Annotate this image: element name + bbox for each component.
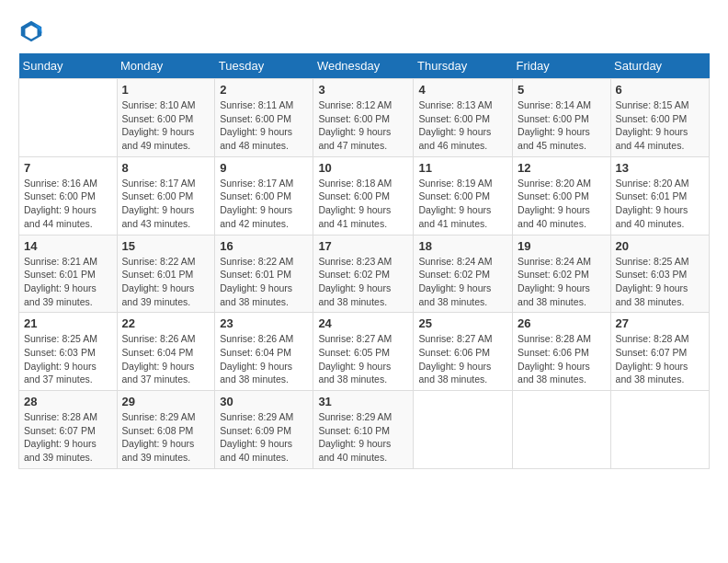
day-info: Sunrise: 8:15 AM Sunset: 6:00 PM Dayligh… xyxy=(616,98,704,153)
calendar-day-cell: 23 Sunrise: 8:26 AM Sunset: 6:04 PM Dayl… xyxy=(215,313,313,391)
day-info: Sunrise: 8:25 AM Sunset: 6:03 PM Dayligh… xyxy=(24,332,112,386)
calendar-day-cell: 29 Sunrise: 8:29 AM Sunset: 6:08 PM Dayl… xyxy=(117,391,215,469)
calendar-day-cell: 18 Sunrise: 8:24 AM Sunset: 6:02 PM Dayl… xyxy=(414,235,513,313)
calendar-week-row: 21 Sunrise: 8:25 AM Sunset: 6:03 PM Dayl… xyxy=(19,313,710,391)
day-info: Sunrise: 8:27 AM Sunset: 6:05 PM Dayligh… xyxy=(318,332,408,386)
day-number: 26 xyxy=(518,316,606,330)
day-number: 2 xyxy=(220,83,308,97)
day-info: Sunrise: 8:27 AM Sunset: 6:06 PM Dayligh… xyxy=(418,332,507,386)
day-number: 31 xyxy=(318,395,408,408)
calendar-day-cell: 22 Sunrise: 8:26 AM Sunset: 6:04 PM Dayl… xyxy=(117,313,215,391)
day-number: 9 xyxy=(220,161,308,175)
day-number: 8 xyxy=(122,161,210,175)
day-info: Sunrise: 8:22 AM Sunset: 6:01 PM Dayligh… xyxy=(122,255,210,309)
day-number: 25 xyxy=(418,316,507,330)
day-info: Sunrise: 8:17 AM Sunset: 6:00 PM Dayligh… xyxy=(122,177,210,231)
calendar-day-cell: 13 Sunrise: 8:20 AM Sunset: 6:01 PM Dayl… xyxy=(610,156,709,235)
calendar-week-row: 1 Sunrise: 8:10 AM Sunset: 6:00 PM Dayli… xyxy=(19,79,710,157)
day-number: 21 xyxy=(24,316,112,330)
day-info: Sunrise: 8:25 AM Sunset: 6:03 PM Dayligh… xyxy=(616,255,704,309)
day-number: 22 xyxy=(122,316,210,330)
day-info: Sunrise: 8:19 AM Sunset: 6:00 PM Dayligh… xyxy=(418,177,507,231)
day-info: Sunrise: 8:24 AM Sunset: 6:02 PM Dayligh… xyxy=(418,255,507,309)
logo-icon xyxy=(18,18,44,44)
day-number: 10 xyxy=(318,161,408,175)
calendar-day-cell: 4 Sunrise: 8:13 AM Sunset: 6:00 PM Dayli… xyxy=(414,79,513,157)
calendar-day-cell: 17 Sunrise: 8:23 AM Sunset: 6:02 PM Dayl… xyxy=(313,235,414,313)
day-info: Sunrise: 8:13 AM Sunset: 6:00 PM Dayligh… xyxy=(418,98,507,153)
day-info: Sunrise: 8:28 AM Sunset: 6:07 PM Dayligh… xyxy=(616,332,704,386)
calendar-day-cell: 8 Sunrise: 8:17 AM Sunset: 6:00 PM Dayli… xyxy=(117,156,215,235)
day-info: Sunrise: 8:28 AM Sunset: 6:07 PM Dayligh… xyxy=(24,410,112,465)
day-number: 19 xyxy=(518,239,606,253)
day-number: 24 xyxy=(318,316,408,330)
calendar-day-cell: 14 Sunrise: 8:21 AM Sunset: 6:01 PM Dayl… xyxy=(19,235,118,313)
calendar-day-cell: 1 Sunrise: 8:10 AM Sunset: 6:00 PM Dayli… xyxy=(117,79,215,157)
day-number: 16 xyxy=(220,239,308,253)
day-info: Sunrise: 8:26 AM Sunset: 6:04 PM Dayligh… xyxy=(220,332,308,386)
day-info: Sunrise: 8:26 AM Sunset: 6:04 PM Dayligh… xyxy=(122,332,210,386)
day-number: 13 xyxy=(616,161,704,175)
calendar-day-cell: 30 Sunrise: 8:29 AM Sunset: 6:09 PM Dayl… xyxy=(215,391,313,469)
day-number: 3 xyxy=(318,83,408,97)
day-info: Sunrise: 8:10 AM Sunset: 6:00 PM Dayligh… xyxy=(122,98,210,153)
calendar-day-cell: 31 Sunrise: 8:29 AM Sunset: 6:10 PM Dayl… xyxy=(313,391,414,469)
calendar-day-cell: 15 Sunrise: 8:22 AM Sunset: 6:01 PM Dayl… xyxy=(117,235,215,313)
day-number: 6 xyxy=(616,83,704,97)
weekday-header: Friday xyxy=(513,53,611,79)
day-number: 7 xyxy=(24,161,112,175)
calendar-day-cell: 11 Sunrise: 8:19 AM Sunset: 6:00 PM Dayl… xyxy=(414,156,513,235)
day-info: Sunrise: 8:22 AM Sunset: 6:01 PM Dayligh… xyxy=(220,255,308,309)
calendar-day-cell: 3 Sunrise: 8:12 AM Sunset: 6:00 PM Dayli… xyxy=(313,79,414,157)
day-info: Sunrise: 8:29 AM Sunset: 6:09 PM Dayligh… xyxy=(220,410,308,465)
day-info: Sunrise: 8:18 AM Sunset: 6:00 PM Dayligh… xyxy=(318,177,408,231)
day-info: Sunrise: 8:23 AM Sunset: 6:02 PM Dayligh… xyxy=(318,255,408,309)
day-number: 18 xyxy=(418,239,507,253)
day-info: Sunrise: 8:20 AM Sunset: 6:01 PM Dayligh… xyxy=(616,177,704,231)
calendar-week-row: 28 Sunrise: 8:28 AM Sunset: 6:07 PM Dayl… xyxy=(19,391,710,469)
day-info: Sunrise: 8:17 AM Sunset: 6:00 PM Dayligh… xyxy=(220,177,308,231)
calendar-day-cell: 27 Sunrise: 8:28 AM Sunset: 6:07 PM Dayl… xyxy=(610,313,709,391)
calendar-header-row: SundayMondayTuesdayWednesdayThursdayFrid… xyxy=(19,53,710,79)
calendar-day-cell xyxy=(513,391,611,469)
day-info: Sunrise: 8:12 AM Sunset: 6:00 PM Dayligh… xyxy=(318,98,408,153)
logo xyxy=(18,18,46,44)
day-number: 28 xyxy=(24,395,112,408)
day-number: 1 xyxy=(122,83,210,97)
day-info: Sunrise: 8:29 AM Sunset: 6:10 PM Dayligh… xyxy=(318,410,408,465)
calendar-table: SundayMondayTuesdayWednesdayThursdayFrid… xyxy=(18,53,710,469)
weekday-header: Monday xyxy=(117,53,215,79)
calendar-day-cell xyxy=(610,391,709,469)
calendar-day-cell: 16 Sunrise: 8:22 AM Sunset: 6:01 PM Dayl… xyxy=(215,235,313,313)
day-number: 29 xyxy=(122,395,210,408)
weekday-header: Tuesday xyxy=(215,53,313,79)
day-info: Sunrise: 8:16 AM Sunset: 6:00 PM Dayligh… xyxy=(24,177,112,231)
calendar-day-cell xyxy=(19,79,118,157)
day-number: 12 xyxy=(518,161,606,175)
calendar-day-cell: 2 Sunrise: 8:11 AM Sunset: 6:00 PM Dayli… xyxy=(215,79,313,157)
day-number: 23 xyxy=(220,316,308,330)
day-number: 20 xyxy=(616,239,704,253)
weekday-header: Saturday xyxy=(610,53,709,79)
calendar-day-cell: 9 Sunrise: 8:17 AM Sunset: 6:00 PM Dayli… xyxy=(215,156,313,235)
day-number: 27 xyxy=(616,316,704,330)
weekday-header: Thursday xyxy=(414,53,513,79)
calendar-day-cell: 19 Sunrise: 8:24 AM Sunset: 6:02 PM Dayl… xyxy=(513,235,611,313)
day-number: 14 xyxy=(24,239,112,253)
day-number: 5 xyxy=(518,83,606,97)
calendar-week-row: 7 Sunrise: 8:16 AM Sunset: 6:00 PM Dayli… xyxy=(19,156,710,235)
calendar-day-cell: 21 Sunrise: 8:25 AM Sunset: 6:03 PM Dayl… xyxy=(19,313,118,391)
calendar-day-cell: 26 Sunrise: 8:28 AM Sunset: 6:06 PM Dayl… xyxy=(513,313,611,391)
calendar-day-cell: 10 Sunrise: 8:18 AM Sunset: 6:00 PM Dayl… xyxy=(313,156,414,235)
day-info: Sunrise: 8:14 AM Sunset: 6:00 PM Dayligh… xyxy=(518,98,606,153)
calendar-day-cell: 5 Sunrise: 8:14 AM Sunset: 6:00 PM Dayli… xyxy=(513,79,611,157)
calendar-day-cell xyxy=(414,391,513,469)
day-number: 15 xyxy=(122,239,210,253)
day-info: Sunrise: 8:28 AM Sunset: 6:06 PM Dayligh… xyxy=(518,332,606,386)
day-number: 17 xyxy=(318,239,408,253)
calendar-day-cell: 12 Sunrise: 8:20 AM Sunset: 6:00 PM Dayl… xyxy=(513,156,611,235)
weekday-header: Wednesday xyxy=(313,53,414,79)
day-info: Sunrise: 8:29 AM Sunset: 6:08 PM Dayligh… xyxy=(122,410,210,465)
calendar-day-cell: 6 Sunrise: 8:15 AM Sunset: 6:00 PM Dayli… xyxy=(610,79,709,157)
day-info: Sunrise: 8:20 AM Sunset: 6:00 PM Dayligh… xyxy=(518,177,606,231)
